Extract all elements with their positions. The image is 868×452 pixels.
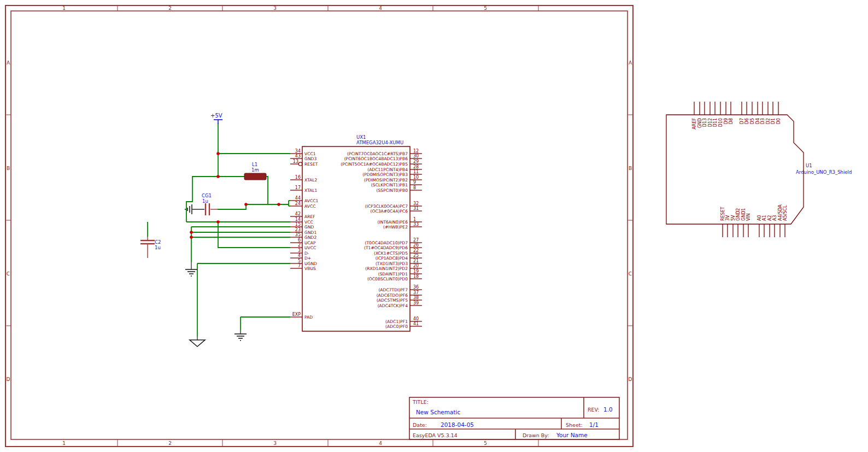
shield-pin-name: GND1 xyxy=(741,208,746,221)
ic-pin-num: 9 xyxy=(413,180,416,185)
schematic-canvas: 1 2 3 4 5 1 2 3 4 5 A B C D A B C D xyxy=(0,0,868,452)
ic-pin-name: (RXD1AIN1INT2)PD2 xyxy=(365,266,408,271)
sheet-value[interactable]: 1/1 xyxy=(589,421,599,428)
ic-pin-num: 31 xyxy=(413,206,419,211)
inversion-bubble-icon xyxy=(298,162,302,166)
ic-pin-num: 28 xyxy=(413,165,419,169)
title-value[interactable]: New Schematic xyxy=(416,409,460,415)
cg1-ref[interactable]: CG1 xyxy=(202,193,212,198)
software-version: EasyEDA V5.3.14 xyxy=(413,432,458,438)
ground-ugnd-triangle[interactable] xyxy=(190,337,205,347)
ground-gnd-net[interactable] xyxy=(185,262,197,276)
date-label: Date: xyxy=(413,422,427,428)
ic-pin-num: 37 xyxy=(413,290,419,295)
c2-ref[interactable]: C2 xyxy=(155,239,161,245)
ic-pin-name: AVCC1 xyxy=(304,198,319,203)
ruler-row-label: A xyxy=(629,60,632,66)
ic-pin-name: (ADC6TDO)PF6 xyxy=(377,293,408,298)
ic-pin-num: 36 xyxy=(413,285,419,290)
ic-part-name[interactable]: ATMEGA32U4-XUMU xyxy=(356,140,403,145)
junction-dot xyxy=(216,175,220,178)
inductor-l1[interactable]: L1 1m xyxy=(244,162,266,180)
ic-pin-name: (SSPCINT0)PB0 xyxy=(377,188,408,193)
netflag-5v[interactable]: +5V xyxy=(210,113,222,124)
ic-pin-name: GND1 xyxy=(304,230,316,235)
junction-dot xyxy=(244,203,248,206)
junction-dot xyxy=(216,152,220,155)
shield-ref[interactable]: U1 xyxy=(806,163,812,168)
ic-pin-name: (OC0BSCLINT0)PD0 xyxy=(367,277,408,281)
cg1-value[interactable]: 1u xyxy=(202,198,208,204)
capacitor-c2[interactable]: C2 1u xyxy=(140,237,161,258)
ic-pin-name: (OC3A#0C4A)PC6 xyxy=(371,209,408,214)
ruler-col-label: 5 xyxy=(484,5,487,11)
ic-pin-num: 24 xyxy=(295,201,301,206)
ic-pin-num: 4 xyxy=(298,253,301,258)
shield-pin-name: D0 xyxy=(776,118,781,124)
ic-pin-name: (ADC5TMS)PF5 xyxy=(377,298,408,303)
ruler-row-label: D xyxy=(629,377,632,382)
shield-pin-name: A3 xyxy=(772,215,777,221)
netflag-5v-label[interactable]: +5V xyxy=(210,113,222,119)
ic-pin-name: (ICP1ADC8)PD4 xyxy=(376,256,408,261)
title-label: TITLE: xyxy=(412,399,429,405)
shield-arduino-uno[interactable]: U1 Arduino_UNO_R3_Shield AREF GND D13 D1… xyxy=(666,102,852,237)
inductor-ref[interactable]: L1 xyxy=(252,162,257,167)
ic-pin-num: 35 xyxy=(295,232,301,237)
inductor-value[interactable]: 1m xyxy=(251,167,259,173)
ruler-col-label: 4 xyxy=(379,441,382,446)
ruler-row-label: D xyxy=(7,377,10,382)
ruler-col-label: 3 xyxy=(273,5,277,11)
ic-pin-num: 42 xyxy=(295,212,301,216)
shield-pin-name: A2 xyxy=(767,215,772,221)
ic-pin-name: (ADC0)PF0 xyxy=(385,324,408,329)
ic-pin-name: GND3 xyxy=(304,156,316,161)
capacitor-cg1[interactable]: CG1 1u xyxy=(185,193,218,215)
shield-pin-name: A1 xyxy=(762,215,767,221)
drawn-by-value[interactable]: Your Name xyxy=(556,432,588,438)
ic-pin-num: 23 xyxy=(295,227,301,232)
c2-value[interactable]: 1u xyxy=(155,245,161,250)
ic-ref[interactable]: UX1 xyxy=(356,134,366,140)
inductor-body[interactable] xyxy=(244,173,266,180)
junction-dot xyxy=(190,231,193,234)
ic-pin-num: 21 xyxy=(413,259,419,263)
ruler-col-label: 2 xyxy=(168,5,172,11)
ic-pin-name: XTAL2 xyxy=(304,178,318,183)
ic-pin-num: 32 xyxy=(413,201,419,206)
ic-pin-num: 39 xyxy=(413,301,419,306)
sheet-label: Sheet: xyxy=(566,422,583,428)
shield-pin-name: 5V xyxy=(731,215,736,221)
ruler-col-label: 3 xyxy=(273,441,277,446)
ic-pin-num: 26 xyxy=(413,243,419,248)
shield-pin-name: D12 xyxy=(708,118,713,127)
wire-l1-out[interactable] xyxy=(266,177,268,204)
ic-pin-num: 10 xyxy=(413,175,419,180)
ground-pad-net[interactable] xyxy=(234,330,247,341)
ic-pin-name: (T0OC4DADC10)PD7 xyxy=(365,240,408,245)
wire-uvcc[interactable] xyxy=(218,222,290,248)
title-block: TITLE: New Schematic REV: 1.0 Date: 2018… xyxy=(409,397,619,439)
ic-pin-name: AREF xyxy=(304,214,315,219)
shield-pin-name: A5/SCL xyxy=(783,205,788,221)
shield-part-name[interactable]: Arduino_UNO_R3_Shield xyxy=(796,169,852,175)
ruler-col-label: 2 xyxy=(168,441,172,446)
junction-dot xyxy=(277,203,280,206)
ic-pin-num: 6 xyxy=(298,238,301,243)
ic-pin-num: 1 xyxy=(413,217,416,222)
ic-atmega32u4[interactable]: UX1 ATMEGA32U4-XUMU 34 VCC1 43 GND3 13 R… xyxy=(290,134,422,331)
ic-pin-num: 18 xyxy=(413,274,419,279)
date-value[interactable]: 2018-04-05 xyxy=(441,421,474,428)
wire-cg1-right[interactable] xyxy=(218,204,246,209)
ic-pin-name: D+ xyxy=(304,256,311,261)
ic-pin-num: 30 xyxy=(413,154,419,159)
rev-value[interactable]: 1.0 xyxy=(603,406,613,413)
ic-pin-num: 41 xyxy=(413,321,419,326)
ic-pin-num: 16 xyxy=(295,175,301,180)
ruler-row-label: C xyxy=(7,271,10,277)
ic-pin-num: 19 xyxy=(413,269,419,274)
wires[interactable] xyxy=(148,124,290,337)
ic-pin-num: 44 xyxy=(295,196,301,201)
ic-pin-num: 14 xyxy=(295,217,301,222)
ic-pin-name: (PCINT6OC1BOC4BADC13)PB6 xyxy=(344,156,408,161)
